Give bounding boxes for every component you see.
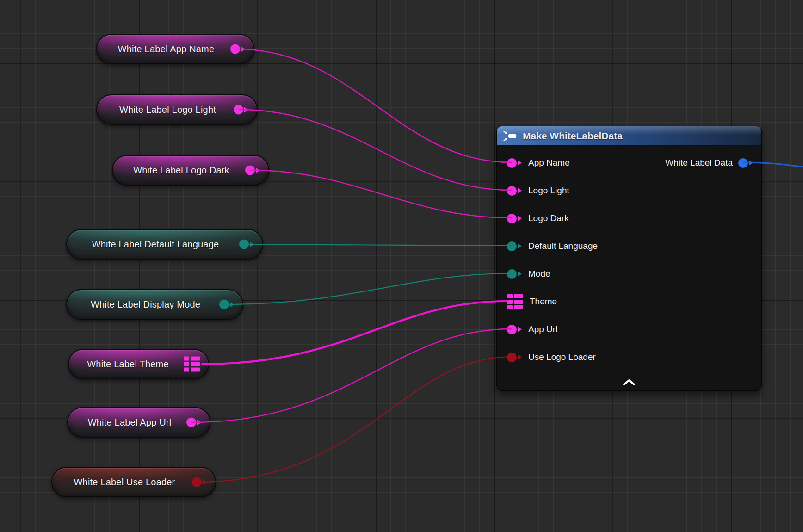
var-node-white-label-app-url[interactable]: White Label App Url [67, 407, 210, 438]
string-output-pin[interactable] [234, 105, 248, 115]
pin-label: Mode [528, 269, 550, 279]
wire-logo-dark[interactable] [251, 170, 512, 218]
var-node-white-label-default-language[interactable]: White Label Default Language [66, 229, 263, 260]
wire-use-loader[interactable] [198, 357, 512, 482]
wire-display-mode[interactable] [225, 273, 512, 304]
string-output-pin[interactable] [230, 44, 245, 54]
var-node-white-label-logo-light[interactable]: White Label Logo Light [96, 94, 258, 125]
input-row-app-name: App Name [507, 149, 598, 177]
enum-output-pin[interactable] [239, 240, 254, 249]
input-row-logo-light: Logo Light [507, 177, 598, 204]
enum-output-pin[interactable] [219, 300, 234, 309]
pin-label: App Url [528, 324, 557, 334]
pin-label: Theme [530, 297, 557, 307]
string-input-pin[interactable] [507, 158, 522, 168]
var-node-label: White Label Display Mode [79, 299, 212, 310]
wire-app-url[interactable] [192, 329, 512, 422]
input-row-logo-dark: Logo Dark [507, 204, 598, 232]
enum-input-pin[interactable] [507, 241, 522, 251]
pin-label: White Label Data [665, 158, 733, 168]
var-node-white-label-theme[interactable]: White Label Theme [68, 349, 209, 379]
var-node-white-label-display-mode[interactable]: White Label Display Mode [66, 289, 243, 320]
input-row-mode: Mode [507, 260, 598, 288]
var-node-label: White Label Logo Light [109, 105, 226, 115]
make-whitelabeldata-node[interactable]: Make WhiteLabelData App Name Logo Light … [496, 126, 762, 391]
node-header[interactable]: Make WhiteLabelData [497, 126, 761, 146]
string-input-pin[interactable] [507, 325, 522, 334]
var-node-white-label-logo-dark[interactable]: White Label Logo Dark [112, 155, 269, 186]
var-node-label: White Label Logo Dark [125, 165, 238, 176]
enum-input-pin[interactable] [507, 269, 522, 279]
pin-label: App Name [528, 158, 570, 168]
string-output-pin[interactable] [186, 418, 201, 427]
wire-theme[interactable] [202, 301, 507, 364]
wire-logo-light[interactable] [239, 110, 512, 190]
struct-pin-icon [507, 294, 523, 309]
struct-input-pin[interactable] [507, 294, 523, 309]
input-row-app-url: App Url [507, 315, 598, 343]
var-node-label: White Label App Url [80, 417, 179, 428]
chevron-up-icon [623, 379, 636, 386]
input-row-theme: Theme [507, 288, 598, 315]
var-node-white-label-app-name[interactable]: White Label App Name [96, 34, 254, 64]
blueprint-graph-canvas[interactable]: White Label App Name White Label Logo Li… [0, 0, 803, 532]
bool-output-pin[interactable] [192, 477, 207, 487]
input-row-use-logo-loader: Use Logo Loader [507, 343, 598, 371]
output-row-white-label-data: White Label Data [665, 149, 753, 177]
wire-app-name[interactable] [236, 49, 512, 162]
string-input-pin[interactable] [507, 214, 522, 223]
node-title: Make WhiteLabelData [523, 130, 623, 142]
var-node-label: White Label Theme [81, 359, 175, 370]
struct-pin-icon [184, 357, 200, 372]
wire-default-language[interactable] [245, 244, 512, 246]
pin-label: Default Language [528, 241, 598, 251]
string-output-pin[interactable] [245, 166, 260, 175]
bool-input-pin[interactable] [507, 353, 522, 362]
var-node-white-label-use-loader[interactable]: White Label Use Loader [51, 467, 216, 497]
pin-label: Logo Light [528, 186, 569, 196]
var-node-label: White Label Use Loader [64, 477, 185, 488]
var-node-label: White Label App Name [109, 44, 223, 55]
collapse-node-button[interactable] [618, 377, 640, 388]
pin-label: Logo Dark [528, 213, 569, 223]
make-struct-icon [503, 130, 517, 142]
struct-output-pin[interactable] [738, 158, 753, 168]
string-input-pin[interactable] [507, 186, 522, 196]
pin-label: Use Logo Loader [528, 352, 596, 362]
struct-output-pin[interactable] [184, 357, 200, 372]
input-row-default-language: Default Language [507, 232, 598, 260]
var-node-label: White Label Default Language [79, 239, 232, 250]
